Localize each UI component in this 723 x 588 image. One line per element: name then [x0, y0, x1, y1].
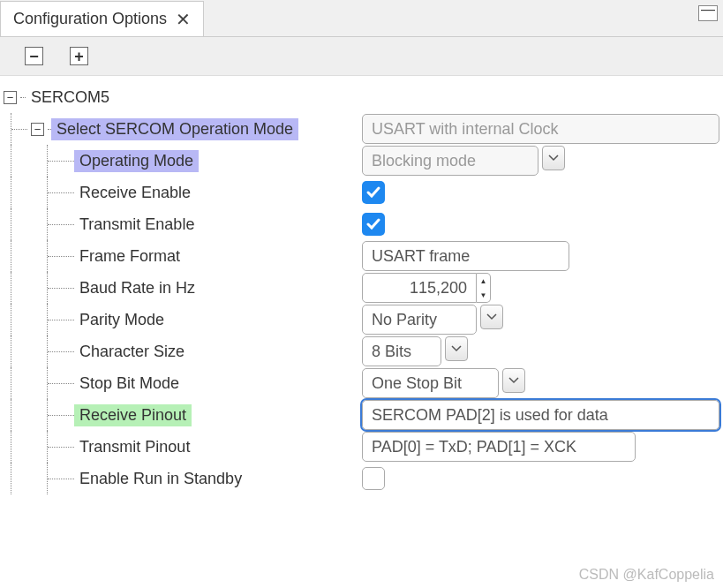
- operation-mode-field[interactable]: USART with internal Clock: [362, 114, 719, 144]
- stop-bit-value: One Stop Bit: [362, 368, 499, 398]
- tab-config-options[interactable]: Configuration Options ✕: [0, 1, 204, 36]
- watermark: CSDN @KafCoppelia: [579, 567, 714, 583]
- label-transmit-enable: Transmit Enable: [74, 214, 200, 236]
- config-tree: − SERCOM5 − Select SERCOM Operation Mode…: [0, 76, 723, 494]
- label-receive-enable: Receive Enable: [74, 182, 196, 204]
- label-transmit-pinout: Transmit Pinout: [74, 436, 195, 458]
- receive-pinout-field[interactable]: SERCOM PAD[2] is used for data: [362, 400, 719, 430]
- expander-sercom5[interactable]: −: [4, 91, 17, 104]
- checkbox-transmit-enable[interactable]: [362, 213, 385, 236]
- chevron-down-icon[interactable]: ▼: [477, 288, 490, 302]
- label-receive-pinout: Receive Pinout: [74, 404, 192, 426]
- label-operating-mode: Operating Mode: [74, 150, 199, 172]
- chevron-down-icon[interactable]: [480, 305, 503, 329]
- operating-mode-value: Blocking mode: [362, 146, 538, 176]
- label-parity-mode: Parity Mode: [74, 309, 169, 331]
- label-baud-rate: Baud Rate in Hz: [74, 277, 200, 299]
- chevron-down-icon[interactable]: [542, 146, 565, 170]
- minimize-icon[interactable]: —: [698, 5, 718, 21]
- label-run-in-standby: Enable Run in Standby: [74, 468, 247, 490]
- label-stop-bit-mode: Stop Bit Mode: [74, 373, 185, 395]
- chevron-down-icon[interactable]: [445, 336, 468, 361]
- transmit-pinout-field[interactable]: PAD[0] = TxD; PAD[1] = XCK: [362, 432, 636, 462]
- label-frame-format: Frame Format: [74, 245, 185, 268]
- character-size-value: 8 Bits: [362, 336, 441, 366]
- node-sercom5[interactable]: SERCOM5: [26, 87, 115, 109]
- expander-mode-group[interactable]: −: [31, 123, 44, 136]
- checkbox-receive-enable[interactable]: [362, 181, 385, 204]
- parity-mode-value: No Parity: [362, 305, 477, 335]
- node-operation-mode[interactable]: Select SERCOM Operation Mode: [51, 118, 298, 140]
- baud-rate-stepper[interactable]: 115,200 ▲ ▼: [362, 273, 491, 303]
- expand-all-button[interactable]: +: [70, 47, 88, 65]
- close-icon[interactable]: ✕: [176, 11, 191, 28]
- chevron-up-icon[interactable]: ▲: [477, 274, 490, 288]
- chevron-down-icon[interactable]: [502, 368, 525, 393]
- checkbox-run-in-standby[interactable]: [362, 467, 385, 490]
- tab-title: Configuration Options: [13, 10, 167, 28]
- frame-format-field[interactable]: USART frame: [362, 241, 569, 271]
- label-character-size: Character Size: [74, 341, 190, 363]
- collapse-all-button[interactable]: −: [25, 47, 43, 65]
